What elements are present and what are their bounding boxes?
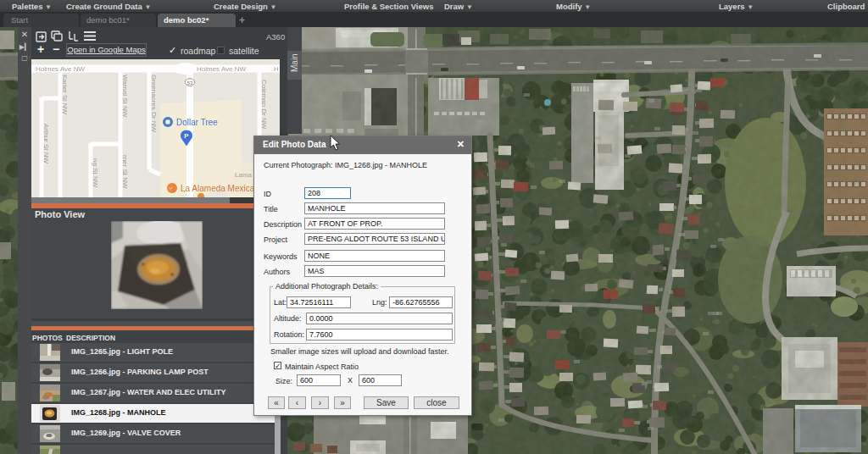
svg-text:Dollar Tree: Dollar Tree bbox=[176, 118, 218, 127]
svg-text:Holmes Ave NW: Holmes Ave NW bbox=[36, 65, 86, 73]
svg-text:ng St NW: ng St NW bbox=[92, 158, 99, 188]
svg-text:H: H bbox=[274, 65, 279, 73]
svg-text:Karter St NW: Karter St NW bbox=[61, 75, 69, 115]
svg-text:Coleman Dr NW: Coleman Dr NW bbox=[260, 80, 268, 130]
svg-text:Arthur St NW: Arthur St NW bbox=[42, 124, 50, 164]
svg-text:Lama: Lama bbox=[235, 171, 253, 179]
svg-text:P: P bbox=[184, 132, 189, 140]
svg-text:Warnal St NW: Warnal St NW bbox=[121, 75, 129, 118]
svg-text:La Alameda Mexica: La Alameda Mexica bbox=[181, 184, 255, 193]
svg-text:53: 53 bbox=[187, 80, 193, 86]
svg-text:A360: A360 bbox=[266, 32, 285, 42]
svg-text:⑂: ⑂ bbox=[169, 185, 172, 191]
svg-text:Holmes Ave NW: Holmes Ave NW bbox=[197, 65, 247, 73]
svg-text:rner St NW: rner St NW bbox=[121, 155, 129, 189]
svg-text:Greenacres Dr NW: Greenacres Dr NW bbox=[150, 75, 158, 132]
